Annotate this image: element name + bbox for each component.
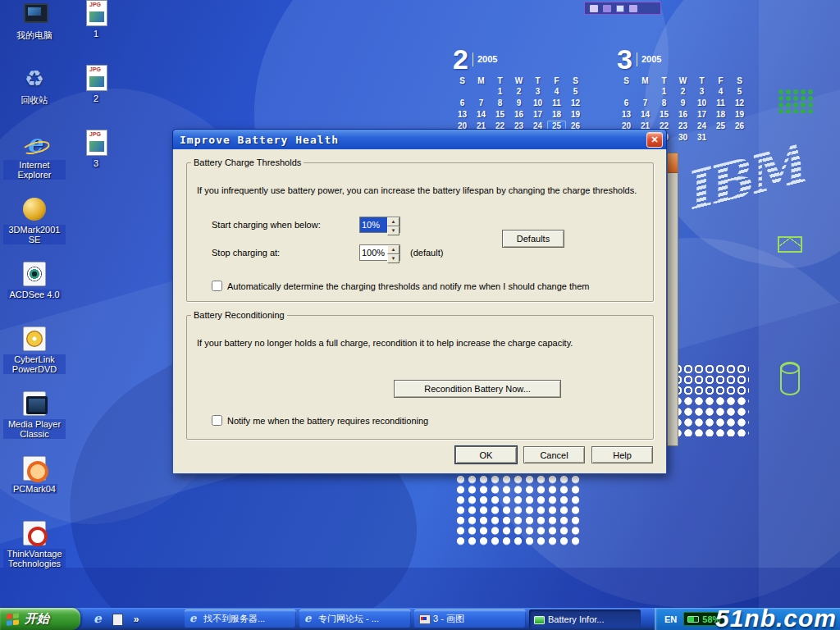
toolbar-icon[interactable] [616, 5, 624, 12]
spinner-up-icon[interactable]: ▲ [387, 245, 399, 254]
spinner-down-icon[interactable]: ▼ [387, 226, 399, 235]
calendar-day: 8 [655, 98, 673, 108]
spinner-down-icon[interactable]: ▼ [387, 254, 399, 263]
calendar-day: 3 [528, 86, 547, 97]
desktop-icon[interactable]: 1 [71, 0, 121, 65]
desktop-icon-label: ThinkVantage Technologies [3, 549, 66, 568]
desktop-icon[interactable]: 回收站 [3, 66, 66, 131]
calendar-day [453, 86, 472, 97]
desktop-icon[interactable]: Internet Explorer [3, 131, 66, 196]
calendar-day: 25 [711, 121, 730, 131]
calendar-march: 3 2005 SMTWTFS 1234567891011121314151617… [617, 44, 749, 143]
background-window-edge[interactable] [667, 153, 678, 446]
windows-flag-icon [7, 613, 21, 626]
dialog-title: Improve Battery Health [173, 134, 339, 146]
quicklaunch-ie-icon[interactable] [92, 613, 105, 626]
recondition-battery-button[interactable]: Recondition Battery Now... [394, 380, 561, 398]
improve-battery-health-dialog: Improve Battery Health ✕ Battery Charge … [172, 129, 667, 474]
calendar-day: 12 [730, 98, 749, 108]
calendar-day: 26 [730, 121, 749, 131]
desktop-icon[interactable]: Media Player Classic [3, 390, 66, 455]
stop-charging-spinner[interactable]: ▲ ▼ [359, 244, 400, 261]
taskbar-window-button[interactable]: 3 - 画图 [414, 609, 526, 628]
calendar-day: 4 [711, 86, 730, 97]
desktop-icon-image [21, 66, 48, 93]
spinner-up-icon[interactable]: ▲ [387, 217, 399, 226]
calendar-day: 2 [509, 86, 528, 97]
calendar-day: 2 [673, 86, 692, 97]
day-header: S [617, 75, 636, 86]
calendar-day: 18 [547, 109, 566, 120]
notify-reconditioning-checkbox[interactable] [212, 415, 222, 426]
taskbar: 开始 » 找不到服务器... 专门网论坛 - ... 3 - 画图 Batter… [0, 608, 840, 630]
desktop-icon-image [21, 2, 48, 28]
calendar-day: 19 [566, 109, 585, 120]
start-button-label: 开始 [25, 611, 49, 627]
desktop-icon-label: 3 [92, 158, 100, 168]
calendar-year: 2005 [477, 54, 497, 64]
desktop-icon-label: Internet Explorer [3, 160, 66, 180]
day-header: S [566, 75, 585, 86]
auto-determine-checkbox-row[interactable]: Automatically determine the charging thr… [212, 281, 589, 291]
taskbar-window-label: 3 - 画图 [433, 613, 464, 625]
taskbar-window-icon [304, 613, 315, 625]
desktop-icon[interactable]: 3 [71, 130, 121, 194]
cancel-button[interactable]: Cancel [523, 446, 585, 463]
calendar-month-header: 2 2005 [453, 44, 585, 74]
thresholds-group-legend: Battery Charge Thresholds [191, 158, 304, 167]
taskbar-window-button[interactable]: Battery Infor... [529, 609, 641, 628]
language-indicator[interactable]: EN [664, 614, 677, 624]
desktop-icon[interactable]: ThinkVantage Technologies [3, 520, 66, 585]
calendar-day: 1 [655, 86, 673, 97]
calendar-day: 17 [692, 109, 711, 120]
default-note: (default) [410, 248, 443, 258]
taskbar-window-icon [189, 613, 200, 625]
start-charging-spinner[interactable]: ▲ ▼ [359, 217, 400, 233]
calendar-day: 6 [617, 98, 636, 108]
quicklaunch-app-icon[interactable] [111, 613, 124, 626]
desktop-icon-image [21, 326, 48, 352]
defaults-button[interactable]: Defaults [502, 230, 564, 248]
desktop-icon[interactable]: PCMark04 [3, 455, 66, 520]
desktop-icon-image [82, 65, 110, 91]
desktop-icon-label: Media Player Classic [3, 419, 66, 439]
day-header: T [528, 75, 547, 86]
toolbar-icon[interactable] [603, 5, 611, 12]
calendar-day-headers: SMTWTFS [453, 75, 585, 86]
desktop-icon[interactable]: 3DMark2001 SE [3, 196, 66, 261]
auto-determine-checkbox[interactable] [212, 281, 222, 291]
close-button[interactable]: ✕ [646, 132, 663, 148]
battery-charge-thresholds-group: Battery Charge Thresholds If you infrequ… [186, 158, 654, 302]
outlined-dots [673, 364, 749, 396]
calendar-day: 11 [711, 98, 730, 108]
desktop-icon[interactable]: 我的电脑 [3, 2, 66, 66]
quicklaunch-expand-icon[interactable]: » [130, 613, 143, 626]
toolbar-icon[interactable] [629, 5, 637, 12]
dialog-titlebar[interactable]: Improve Battery Health ✕ [172, 129, 667, 149]
start-button[interactable]: 开始 [0, 608, 80, 630]
ok-button[interactable]: OK [455, 446, 517, 463]
system-mini-toolbar[interactable] [584, 2, 661, 15]
calendar-day: 1 [491, 86, 509, 97]
calendar-day: 14 [636, 109, 655, 120]
calendar-day: 14 [472, 109, 491, 120]
desktop-icon-image [82, 130, 110, 156]
day-header: T [655, 75, 673, 86]
taskbar-window-button[interactable]: 找不到服务器... [185, 609, 296, 628]
notify-reconditioning-checkbox-row[interactable]: Notify me when the battery requires reco… [212, 415, 428, 426]
desktop-icon-image [21, 520, 48, 546]
calendar-day: 10 [528, 98, 547, 108]
desktop-icon[interactable]: ACDSee 4.0 [3, 261, 66, 326]
taskbar-window-button[interactable]: 专门网论坛 - ... [299, 609, 411, 628]
taskbar-window-icon [533, 613, 545, 625]
day-header: W [673, 75, 692, 86]
taskbar-windows: 找不到服务器... 专门网论坛 - ... 3 - 画图 Battery Inf… [185, 609, 644, 628]
calendar-day: 19 [730, 109, 749, 120]
toolbar-icon[interactable] [590, 5, 598, 12]
help-button[interactable]: Help [591, 446, 653, 463]
stop-charging-input[interactable] [360, 245, 387, 260]
desktop-icon[interactable]: CyberLink PowerDVD [3, 326, 66, 390]
desktop-icon[interactable]: 2 [71, 65, 121, 130]
desktop-screen: IBM 2 2005 SMTWTFS 123456789101112131415… [0, 0, 840, 630]
start-charging-input[interactable] [360, 217, 387, 232]
